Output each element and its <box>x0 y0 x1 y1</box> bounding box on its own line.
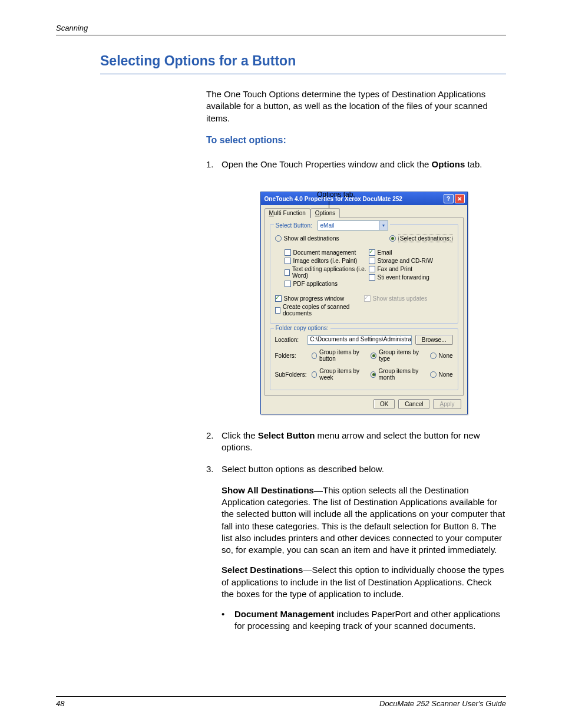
check-email[interactable]: Email <box>369 249 453 256</box>
step-number: 3. <box>206 463 222 475</box>
step-3: 3. Select button options as described be… <box>206 463 506 475</box>
check-pdf-applications[interactable]: PDF applications <box>285 281 369 287</box>
show-all-radio[interactable]: Show all destinations <box>275 235 339 242</box>
misc-checks: Show progress window Create copies of sc… <box>275 294 453 318</box>
folders-opt-type[interactable]: Group items by type <box>371 349 427 362</box>
radio-label: Group items by type <box>379 349 426 362</box>
check-label: Create copies of scanned documents <box>283 304 364 317</box>
subheading: To select options: <box>206 135 506 146</box>
check-document-management[interactable]: Document management <box>285 249 369 256</box>
bullet-icon: • <box>222 608 234 633</box>
step-2: 2. Click the Select Button menu arrow an… <box>206 430 506 454</box>
dest-col-right: Email Storage and CD-R/W Fax and Print S… <box>369 248 453 289</box>
text: M <box>269 210 274 216</box>
text: Select Button: <box>276 222 312 229</box>
text: pply <box>444 401 454 407</box>
check-show-status: Show status updates <box>364 295 453 302</box>
check-create-copies[interactable]: Create copies of scanned documents <box>275 304 364 317</box>
text: —This option selects all the Destination… <box>222 485 505 555</box>
combo-value: eMail <box>318 222 379 229</box>
text: Open the One Touch Properties window and… <box>222 159 432 169</box>
checkbox-icon <box>369 274 375 281</box>
text: Click the <box>222 430 258 440</box>
bold-text: Options <box>432 159 465 169</box>
folder-copy-legend: Folder copy options: <box>274 325 330 331</box>
radio-icon <box>371 371 376 378</box>
radio-label: None <box>439 371 453 378</box>
check-label: Show progress window <box>284 295 345 302</box>
bold-text: Select Destinations <box>222 565 303 575</box>
checkbox-icon <box>285 269 290 276</box>
step-text: Open the One Touch Properties window and… <box>222 159 506 170</box>
folders-opt-button[interactable]: Group items by button <box>312 349 368 362</box>
step-number: 2. <box>206 430 222 454</box>
text: O <box>315 210 320 216</box>
check-label: Fax and Print <box>378 266 412 272</box>
select-button-legend: Select Button: eMail ▾ <box>274 220 390 230</box>
text: tab. <box>465 159 482 169</box>
select-destinations-para: Select Destinations—Select this option t… <box>222 564 506 600</box>
page-footer: 48 DocuMate 252 Scanner User's Guide <box>56 696 506 708</box>
apply-button[interactable]: Apply <box>433 399 461 409</box>
ok-button[interactable]: OK <box>373 399 395 409</box>
misc-right: Show status updates <box>364 294 453 318</box>
check-label: Image editors (i.e. Paint) <box>293 258 358 264</box>
folders-label: Folders: <box>275 353 308 359</box>
checkbox-icon <box>275 295 282 302</box>
subfolders-label: SubFolders: <box>275 371 308 378</box>
radio-label: Group items by button <box>319 349 367 362</box>
radio-label: None <box>439 353 453 359</box>
step-1: 1. Open the One Touch Properties window … <box>206 159 506 170</box>
check-label: Text editing applications (i.e. Word) <box>292 266 369 279</box>
step-text: Click the Select Button menu arrow and s… <box>222 430 506 454</box>
check-sti-forwarding[interactable]: Sti event forwarding <box>369 274 453 281</box>
help-icon[interactable]: ? <box>444 194 454 203</box>
subfolders-opt-month[interactable]: Group items by month <box>371 368 427 381</box>
show-all-destinations-para: Show All Destinations—This option select… <box>222 485 506 556</box>
dest-col-left: Document management Image editors (i.e. … <box>275 248 369 289</box>
select-button-combo[interactable]: eMail ▾ <box>318 220 388 230</box>
radio-icon <box>371 353 376 359</box>
check-show-progress[interactable]: Show progress window <box>275 295 364 302</box>
checkbox-icon <box>275 307 281 314</box>
checkbox-icon <box>369 249 375 256</box>
radio-icon <box>389 235 396 242</box>
check-label: Storage and CD-R/W <box>378 258 433 264</box>
tabs: Multi Function Options <box>265 207 464 218</box>
options-panel: Select Button: eMail ▾ Show al <box>265 218 464 396</box>
close-icon[interactable]: ✕ <box>455 194 465 203</box>
checkbox-icon <box>364 295 371 302</box>
radio-icon <box>430 371 437 378</box>
location-label: Location: <box>275 337 305 343</box>
subfolders-opt-none[interactable]: None <box>430 371 453 378</box>
radio-label: Show all destinations <box>284 235 339 242</box>
dialog-titlebar: OneTouch 4.0 Properties for Xerox DocuMa… <box>261 192 467 205</box>
select-destinations-radio[interactable]: Select destinations: <box>389 235 453 242</box>
check-storage[interactable]: Storage and CD-R/W <box>369 258 453 264</box>
radio-icon <box>312 371 318 378</box>
check-text-editing[interactable]: Text editing applications (i.e. Word) <box>285 266 369 279</box>
cancel-button[interactable]: Cancel <box>398 399 429 409</box>
bold-text: Show All Destinations <box>222 485 314 495</box>
tab-options[interactable]: Options <box>310 208 340 218</box>
checkbox-icon <box>285 258 291 264</box>
folders-opt-none[interactable]: None <box>430 353 453 359</box>
running-head: Scanning <box>56 24 506 35</box>
callout-label: Options tab. <box>317 190 355 199</box>
chevron-down-icon[interactable]: ▾ <box>379 221 388 230</box>
tab-multi-function[interactable]: Multi Function <box>265 208 310 218</box>
check-fax-print[interactable]: Fax and Print <box>369 266 453 272</box>
radio-label: Group items by month <box>378 368 426 381</box>
subfolders-opt-week[interactable]: Group items by week <box>312 368 368 381</box>
dialog-buttons: OK Cancel Apply <box>265 396 464 410</box>
location-input[interactable]: C:\Documents and Settings\Administrator\… <box>308 335 412 345</box>
check-image-editors[interactable]: Image editors (i.e. Paint) <box>285 258 369 264</box>
browse-button[interactable]: Browse... <box>415 335 453 345</box>
check-label: Document management <box>293 249 356 256</box>
page-number: 48 <box>56 699 64 708</box>
radio-icon <box>275 235 282 242</box>
page: Scanning Selecting Options for a Button … <box>0 0 562 728</box>
text: ulti Function <box>274 210 306 216</box>
radio-label: Group items by week <box>319 368 367 381</box>
body: The One Touch Options determine the type… <box>206 88 506 633</box>
